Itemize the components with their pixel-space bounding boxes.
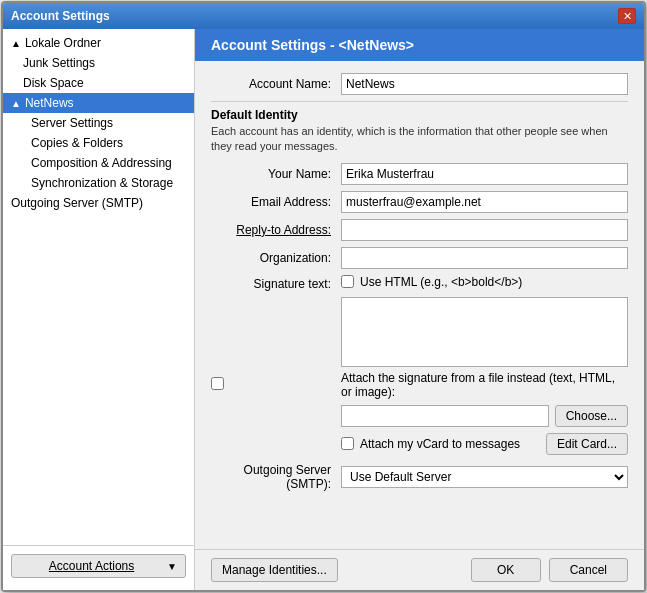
panel-footer: Manage Identities... OK Cancel: [195, 549, 644, 590]
signature-label: Signature text:: [211, 275, 341, 291]
smtp-row: Outgoing Server (SMTP): Use Default Serv…: [211, 463, 628, 491]
attach-file-input-row: Choose...: [211, 405, 628, 427]
attach-vcard-row: Attach my vCard to messages Edit Card...: [211, 433, 628, 455]
signature-row: Signature text: Use HTML (e.g., <b>bold<…: [211, 275, 628, 367]
titlebar: Account Settings ✕: [3, 3, 644, 29]
sidebar-item-label: Disk Space: [23, 76, 84, 90]
dropdown-arrow-icon: ▼: [167, 561, 177, 572]
default-identity-desc: Each account has an identity, which is t…: [211, 124, 628, 155]
sidebar-item-server-settings[interactable]: Server Settings: [3, 113, 194, 133]
sidebar-item-junk-settings[interactable]: Junk Settings: [3, 53, 194, 73]
choose-button[interactable]: Choose...: [555, 405, 628, 427]
sidebar-item-label: Copies & Folders: [31, 136, 123, 150]
account-actions-button[interactable]: Account Actions ▼: [11, 554, 186, 578]
reply-to-input[interactable]: [341, 219, 628, 241]
sidebar-item-locale-ordner[interactable]: ▲ Lokale Ordner: [3, 33, 194, 53]
use-html-label: Use HTML (e.g., <b>bold</b>): [360, 275, 522, 289]
main-panel: Account Settings - <NetNews> Account Nam…: [195, 29, 644, 590]
reply-to-row: Reply-to Address:: [211, 219, 628, 241]
collapse-arrow-icon: ▲: [11, 38, 21, 49]
your-name-row: Your Name:: [211, 163, 628, 185]
attach-vcard-area: Attach my vCard to messages Edit Card...: [341, 433, 628, 455]
panel-header-title: Account Settings - <NetNews>: [211, 37, 414, 53]
attach-file-input[interactable]: [341, 405, 549, 427]
ok-button[interactable]: OK: [471, 558, 541, 582]
sidebar-item-label: Lokale Ordner: [25, 36, 101, 50]
account-name-row: Account Name:: [211, 73, 628, 95]
edit-card-button[interactable]: Edit Card...: [546, 433, 628, 455]
default-identity-title: Default Identity: [211, 108, 628, 122]
sidebar-item-copies-folders[interactable]: Copies & Folders: [3, 133, 194, 153]
organization-label: Organization:: [211, 251, 341, 265]
panel-header: Account Settings - <NetNews>: [195, 29, 644, 61]
use-html-checkbox[interactable]: [341, 275, 354, 288]
your-name-label: Your Name:: [211, 167, 341, 181]
panel-body: Account Name: Default Identity Each acco…: [195, 61, 644, 549]
sidebar-item-composition-addressing[interactable]: Composition & Addressing: [3, 153, 194, 173]
email-address-label: Email Address:: [211, 195, 341, 209]
account-actions-label: Account Actions: [20, 559, 163, 573]
manage-identities-button[interactable]: Manage Identities...: [211, 558, 338, 582]
account-name-input[interactable]: [341, 73, 628, 95]
sidebar-item-label: Synchronization & Storage: [31, 176, 173, 190]
attach-signature-checkbox[interactable]: [211, 377, 224, 390]
signature-right: Use HTML (e.g., <b>bold</b>): [341, 275, 628, 367]
sidebar-item-disk-space[interactable]: Disk Space: [3, 73, 194, 93]
organization-input[interactable]: [341, 247, 628, 269]
email-address-row: Email Address:: [211, 191, 628, 213]
sidebar-item-outgoing-server[interactable]: Outgoing Server (SMTP): [3, 193, 194, 213]
attach-file-input-area: Choose...: [341, 405, 628, 427]
sidebar-bottom: Account Actions ▼: [3, 545, 194, 586]
attach-signature-label: Attach the signature from a file instead…: [341, 371, 628, 399]
sidebar-item-synchronization-storage[interactable]: Synchronization & Storage: [3, 173, 194, 193]
smtp-select[interactable]: Use Default Server: [341, 466, 628, 488]
account-settings-window: Account Settings ✕ ▲ Lokale Ordner Junk …: [1, 1, 646, 592]
attach-signature-row: Attach the signature from a file instead…: [211, 371, 628, 399]
window-title: Account Settings: [11, 9, 110, 23]
sidebar: ▲ Lokale Ordner Junk Settings Disk Space…: [3, 29, 195, 590]
attach-vcard-label: Attach my vCard to messages: [360, 437, 520, 451]
organization-row: Organization:: [211, 247, 628, 269]
account-name-label: Account Name:: [211, 77, 341, 91]
email-address-input[interactable]: [341, 191, 628, 213]
sidebar-item-label: Outgoing Server (SMTP): [11, 196, 143, 210]
sidebar-item-label: Composition & Addressing: [31, 156, 172, 170]
footer-right: OK Cancel: [471, 558, 628, 582]
smtp-label: Outgoing Server (SMTP):: [211, 463, 341, 491]
sidebar-item-label: Server Settings: [31, 116, 113, 130]
sidebar-item-label: Junk Settings: [23, 56, 95, 70]
sidebar-item-netnews[interactable]: ▲ NetNews: [3, 93, 194, 113]
use-html-row: Use HTML (e.g., <b>bold</b>): [341, 275, 628, 289]
attach-label-area: [211, 377, 341, 393]
attach-vcard-checkbox[interactable]: [341, 437, 354, 450]
your-name-input[interactable]: [341, 163, 628, 185]
sidebar-item-label: NetNews: [25, 96, 74, 110]
attach-right: Attach the signature from a file instead…: [341, 371, 628, 399]
signature-textarea[interactable]: [341, 297, 628, 367]
close-button[interactable]: ✕: [618, 8, 636, 24]
content-area: ▲ Lokale Ordner Junk Settings Disk Space…: [3, 29, 644, 590]
collapse-arrow-icon: ▲: [11, 98, 21, 109]
cancel-button[interactable]: Cancel: [549, 558, 628, 582]
reply-to-label: Reply-to Address:: [211, 223, 341, 237]
